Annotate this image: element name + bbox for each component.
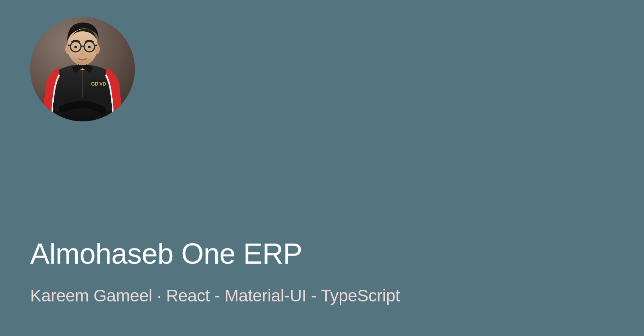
svg-line-12	[95, 45, 97, 46]
tech-stack: React - Material-UI - TypeScript	[166, 286, 400, 305]
card-content: GD'VD	[30, 0, 614, 336]
svg-point-13	[74, 46, 77, 48]
page-title: Almohaseb One ERP	[30, 237, 302, 270]
subtitle: Kareem Gameel · React - Material-UI - Ty…	[30, 286, 400, 305]
svg-text:GD'VD: GD'VD	[91, 81, 106, 87]
svg-line-11	[68, 45, 70, 46]
avatar: GD'VD	[30, 17, 135, 121]
author-name: Kareem Gameel	[30, 286, 152, 305]
separator: ·	[152, 286, 166, 305]
svg-point-14	[88, 46, 91, 48]
